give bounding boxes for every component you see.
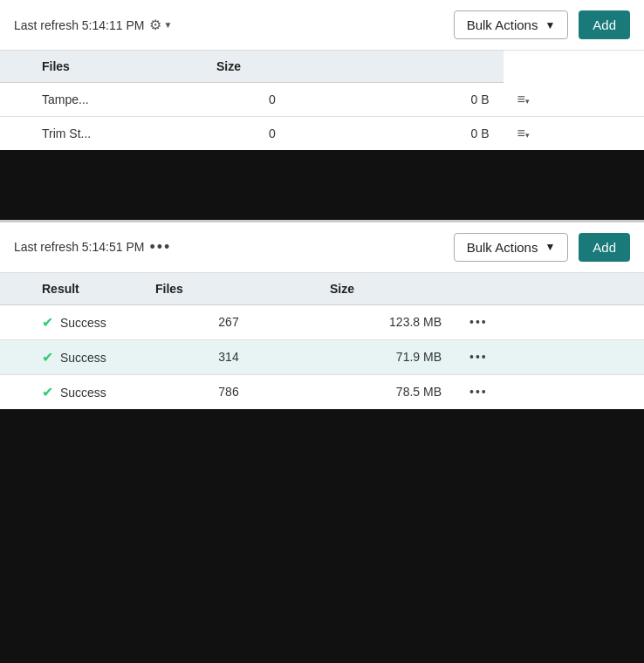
top-col-checkbox (0, 51, 28, 83)
dots-menu-icon[interactable]: ••• (149, 238, 171, 256)
bottom-add-button[interactable]: Add (579, 233, 630, 262)
dots-action-icon[interactable]: ••• (469, 350, 488, 364)
dots-action-icon[interactable]: ••• (469, 385, 488, 399)
check-icon: ✔ (42, 385, 53, 400)
bottom-row2-checkbox (0, 339, 28, 374)
dots-action-icon[interactable]: ••• (469, 315, 488, 329)
table-row: ✔ Success 786 78.5 MB ••• (0, 374, 644, 409)
bottom-col-action-header (456, 273, 644, 305)
bottom-bulk-chevron-icon: ▼ (545, 241, 555, 253)
bottom-row3-result: ✔ Success (28, 374, 141, 409)
top-table: Files Size Tampe... 0 0 B ≡▾ Trim St... … (0, 51, 644, 150)
bottom-col-result-header: Result (28, 273, 141, 305)
bottom-row1-result: ✔ Success (28, 304, 141, 339)
top-row1-menu[interactable]: ≡▾ (504, 83, 644, 117)
bottom-row1-size: 123.8 MB (316, 304, 456, 339)
top-row1-checkbox (0, 83, 28, 117)
bottom-row2-result: ✔ Success (28, 339, 141, 374)
menu-lines-icon[interactable]: ≡▾ (517, 126, 530, 140)
bottom-row2-size: 71.9 MB (316, 339, 456, 374)
top-table-header-row: Files Size (0, 51, 644, 83)
bottom-col-checkbox (0, 273, 28, 305)
table-row: Trim St... 0 0 B ≡▾ (0, 116, 644, 150)
check-icon: ✔ (42, 350, 53, 365)
table-row: ✔ Success 267 123.8 MB ••• (0, 304, 644, 339)
top-bulk-actions-button[interactable]: Bulk Actions ▼ (454, 10, 569, 39)
bottom-bulk-actions-label: Bulk Actions (467, 240, 538, 255)
top-col-action-header (342, 51, 504, 83)
top-add-label: Add (593, 17, 616, 32)
bottom-toolbar: Last refresh 5:14:51 PM ••• Bulk Actions… (0, 222, 644, 273)
top-refresh-label: Last refresh 5:14:11 PM (14, 18, 144, 32)
top-col-size-header: Size (202, 51, 342, 83)
bottom-row3-files: 786 (141, 374, 316, 409)
bottom-row1-checkbox (0, 304, 28, 339)
top-toolbar: Last refresh 5:14:11 PM ⚙ ▼ Bulk Actions… (0, 0, 644, 51)
top-row2-checkbox (0, 116, 28, 150)
bottom-table: Result Files Size ✔ Success 267 123.8 MB… (0, 273, 644, 409)
top-bulk-chevron-icon: ▼ (545, 19, 555, 31)
bottom-col-files-header: Files (141, 273, 316, 305)
top-row2-size: 0 B (342, 116, 504, 150)
top-row2-files: 0 (202, 116, 342, 150)
gear-icon: ⚙ (149, 17, 161, 33)
top-refresh-info: Last refresh 5:14:11 PM ⚙ ▼ (14, 17, 443, 33)
bottom-add-label: Add (593, 240, 616, 255)
gap-section (0, 150, 644, 220)
top-row1-size: 0 B (342, 83, 504, 117)
bottom-bulk-actions-button[interactable]: Bulk Actions ▼ (454, 233, 569, 262)
top-add-button[interactable]: Add (579, 10, 630, 39)
table-row: Tampe... 0 0 B ≡▾ (0, 83, 644, 117)
bottom-row2-menu[interactable]: ••• (456, 339, 644, 374)
top-col-files-header: Files (28, 51, 202, 83)
bottom-row2-files: 314 (141, 339, 316, 374)
top-row1-files: 0 (202, 83, 342, 117)
top-panel: Last refresh 5:14:11 PM ⚙ ▼ Bulk Actions… (0, 0, 644, 150)
top-bulk-actions-label: Bulk Actions (467, 17, 538, 32)
bottom-col-size-header: Size (316, 273, 456, 305)
check-icon: ✔ (42, 315, 53, 330)
table-row: ✔ Success 314 71.9 MB ••• (0, 339, 644, 374)
bottom-row3-checkbox (0, 374, 28, 409)
bottom-table-header-row: Result Files Size (0, 273, 644, 305)
top-row2-menu[interactable]: ≡▾ (504, 116, 644, 150)
bottom-row1-files: 267 (141, 304, 316, 339)
bottom-refresh-label: Last refresh 5:14:51 PM (14, 240, 144, 254)
menu-lines-icon[interactable]: ≡▾ (517, 92, 530, 106)
top-gear-button[interactable]: ⚙ ▼ (149, 17, 172, 33)
bottom-panel: Last refresh 5:14:51 PM ••• Bulk Actions… (0, 220, 644, 409)
bottom-refresh-info: Last refresh 5:14:51 PM ••• (14, 238, 443, 256)
bottom-row1-menu[interactable]: ••• (456, 304, 644, 339)
bottom-row3-menu[interactable]: ••• (456, 374, 644, 409)
top-row2-name[interactable]: Trim St... (28, 116, 202, 150)
gear-chevron-icon: ▼ (163, 20, 172, 30)
top-row1-name[interactable]: Tampe... (28, 83, 202, 117)
bottom-row3-size: 78.5 MB (316, 374, 456, 409)
